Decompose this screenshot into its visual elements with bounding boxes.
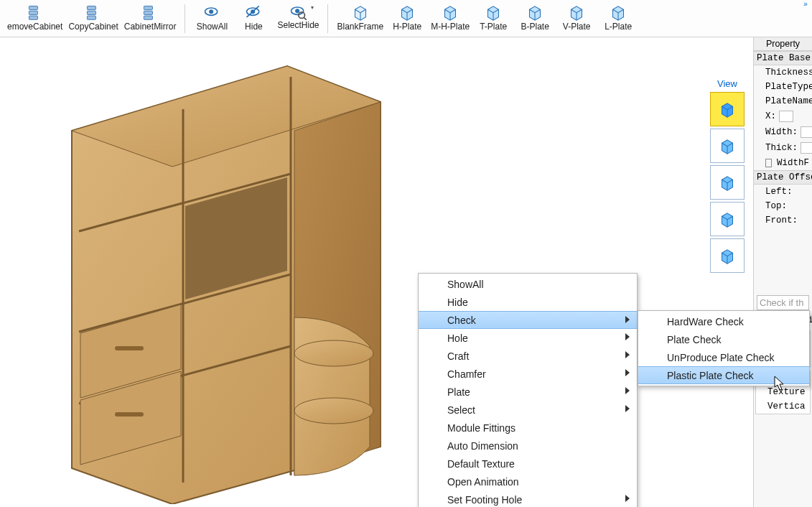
m-h-plate-button[interactable]: M-H-Plate — [428, 1, 472, 37]
submenu-arrow-icon — [625, 316, 630, 323]
hide-button[interactable]: Hide — [233, 1, 274, 37]
ctx-sub-item[interactable]: Plate Check — [638, 330, 809, 348]
prop-row: X: — [754, 108, 812, 124]
l-plate-button[interactable]: L-Plate — [597, 1, 639, 37]
remove-cabinet-button[interactable]: emoveCabinet — [4, 1, 65, 37]
h-plate-button[interactable]: H-Plate — [386, 1, 428, 37]
eye-off-icon — [244, 3, 263, 22]
section-plate-base: Plate Base — [754, 51, 812, 65]
cube-v-icon — [567, 3, 586, 22]
ctx-label: Hole — [447, 332, 468, 344]
ctx-label: Plate — [447, 386, 470, 398]
property-title: Property — [754, 37, 812, 51]
tool-label: T-Plate — [480, 22, 507, 32]
tool-label: L-Plate — [605, 22, 632, 32]
cube-t-icon — [484, 3, 503, 22]
ctx-item[interactable]: Select — [419, 401, 637, 419]
view-top-button[interactable] — [710, 238, 745, 273]
submenu-arrow-icon — [625, 495, 630, 502]
prop-label: X: — [765, 111, 776, 121]
svg-rect-7 — [144, 11, 153, 14]
view-right-button[interactable] — [710, 202, 745, 236]
v-plate-button[interactable]: V-Plate — [556, 1, 597, 37]
svg-rect-8 — [144, 16, 153, 19]
ctx-item[interactable]: Default Texture — [419, 455, 637, 473]
ctx-sub-item[interactable]: HardWare Check — [638, 312, 809, 330]
prop-label: Top: — [765, 201, 787, 211]
checkbox-icon[interactable] — [765, 159, 772, 167]
tool-label: CabinetMirror — [124, 22, 177, 32]
ctx-item[interactable]: Check — [419, 311, 637, 329]
b-plate-button[interactable]: B-Plate — [514, 1, 556, 37]
svg-point-10 — [210, 9, 214, 14]
tool-label: CopyCabinet — [68, 22, 118, 32]
ctx-label: Auto Dimension — [447, 440, 518, 452]
svg-point-15 — [296, 9, 300, 13]
ctx-label: Check — [447, 315, 476, 326]
submenu-arrow-icon — [625, 405, 630, 412]
svg-point-46 — [294, 398, 373, 424]
ctx-item[interactable]: Craft — [419, 347, 637, 365]
ctx-label: Plastic Plate Check — [667, 370, 754, 381]
svg-rect-3 — [88, 6, 96, 9]
tool-label: SelectHide — [277, 20, 319, 30]
ctx-item[interactable]: Module Fittings — [419, 419, 637, 437]
context-submenu-check[interactable]: HardWare CheckPlate CheckUnProduce Plate… — [638, 310, 810, 386]
ctx-label: Select — [447, 404, 475, 416]
ctx-label: Open Animation — [447, 476, 519, 488]
ctx-label: Module Fittings — [447, 422, 515, 434]
t-plate-button[interactable]: T-Plate — [472, 1, 514, 37]
svg-rect-5 — [88, 16, 96, 19]
cube-b-icon — [526, 3, 544, 22]
ctx-label: HardWare Check — [667, 316, 744, 327]
check-if-input[interactable]: Check if th — [757, 295, 809, 310]
cube-icon — [351, 3, 370, 22]
ctx-item[interactable]: Chamfer — [419, 365, 637, 383]
prop-label: PlateName: — [765, 96, 812, 106]
ctx-label: Hide — [447, 297, 468, 308]
ctx-sub-item[interactable]: Plastic Plate Check — [638, 366, 809, 384]
show-all-button[interactable]: ShowAll — [191, 1, 233, 37]
ctx-item[interactable]: Auto Dimension — [419, 437, 637, 455]
view-front-button[interactable] — [710, 129, 745, 163]
dropdown-caret-icon[interactable]: ▾ — [311, 4, 314, 11]
tool-label: H-Plate — [393, 22, 421, 32]
blank-frame-button[interactable]: BlankFrame — [334, 1, 386, 37]
prop-label: Thick: — [765, 143, 798, 153]
ctx-item[interactable]: Hide — [419, 293, 637, 311]
svg-rect-0 — [29, 6, 37, 9]
cabinet-model — [43, 45, 416, 504]
tool-label: M-H-Plate — [431, 22, 470, 32]
prop-input[interactable] — [801, 142, 812, 154]
submenu-arrow-icon — [625, 333, 630, 340]
prop-row: Thickness: — [754, 65, 812, 80]
svg-rect-1 — [29, 11, 37, 14]
ctx-item[interactable]: Open Animation — [419, 473, 637, 490]
copy-cabinet-button[interactable]: CopyCabinet — [65, 1, 121, 37]
ctx-sub-item[interactable]: UnProduce Plate Check — [638, 348, 809, 366]
toolbar-overflow-icon[interactable]: » — [799, 0, 812, 13]
ctx-label: ShowAll — [447, 279, 484, 290]
context-menu[interactable]: ShowAllHideCheckHoleCraftChamferPlateSel… — [418, 273, 638, 507]
view-iso-button[interactable] — [710, 92, 745, 126]
ctx-item[interactable]: Set Footing Hole — [419, 490, 637, 507]
view-left-button[interactable] — [710, 165, 745, 200]
prop-label: PlateType: — [765, 82, 812, 92]
prop-input[interactable] — [801, 126, 812, 138]
srv3-icon — [141, 3, 159, 22]
prop-input[interactable] — [779, 111, 793, 122]
prop-row: Width: — [754, 124, 812, 140]
cabinet-mirror-button[interactable]: CabinetMirror — [121, 1, 179, 37]
tool-label: BlankFrame — [337, 22, 383, 32]
ctx-item[interactable]: ShowAll — [419, 275, 637, 293]
tool-label: Hide — [245, 22, 263, 32]
ctx-label: Set Footing Hole — [447, 494, 522, 506]
select-hide-button[interactable]: SelectHide▾ — [274, 1, 322, 37]
prop-row: Vertica — [756, 399, 810, 414]
srv-icon — [26, 3, 45, 22]
svg-rect-4 — [88, 11, 96, 14]
svg-rect-2 — [29, 16, 37, 19]
section-plate-offset: Plate Offse — [754, 170, 812, 185]
ctx-item[interactable]: Plate — [419, 383, 637, 401]
ctx-item[interactable]: Hole — [419, 329, 637, 347]
